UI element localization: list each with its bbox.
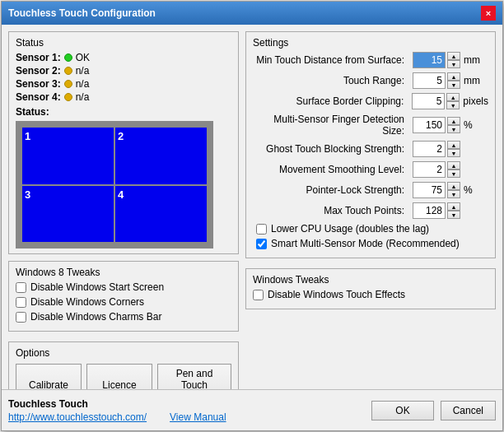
- spinner-down-3[interactable]: ▼: [447, 125, 460, 133]
- w8-checkbox-row-1: Disable Windows Start Screen: [16, 281, 231, 293]
- spinner-buttons-0: ▲ ▼: [447, 52, 460, 68]
- sensor-cell-4: 4: [115, 186, 207, 243]
- spinner-buttons-2: ▲ ▼: [446, 93, 460, 109]
- w8-checkbox-1[interactable]: [16, 282, 26, 293]
- setting-label-0: Min Touch Distance from Surface:: [253, 54, 409, 66]
- spinner-down-0[interactable]: ▼: [447, 60, 460, 68]
- spinner-down-7[interactable]: ▼: [447, 211, 460, 219]
- setting-row-0: Min Touch Distance from Surface: ▲ ▼ mm: [253, 52, 488, 68]
- sensor-1-value: OK: [76, 52, 90, 63]
- spinner-down-6[interactable]: ▼: [447, 190, 460, 198]
- spinner-input-5[interactable]: [413, 161, 446, 178]
- sensor-row-2: Sensor 2: n/a: [16, 65, 231, 77]
- w8-checkbox-3-label: Disable Windows Charms Bar: [30, 311, 161, 323]
- sensor-4-dot: [64, 93, 72, 101]
- ok-button[interactable]: OK: [371, 401, 433, 420]
- sensor-cell-1: 1: [22, 128, 114, 184]
- sensor-1-dot: [64, 53, 72, 62]
- calibrate-button[interactable]: Calibrate Devices...: [16, 364, 82, 389]
- licence-button[interactable]: Licence Management...: [86, 364, 152, 389]
- spinner-input-7[interactable]: [413, 202, 446, 219]
- setting-label-6: Pointer-Lock Strength:: [253, 184, 409, 196]
- settings-checkbox-row-2: Smart Multi-Sensor Mode (Recommended): [256, 238, 488, 249]
- windows-tweaks-label: Windows Tweaks: [253, 274, 488, 286]
- unit-0: mm: [464, 54, 488, 66]
- setting-label-3: Multi-Sensor Finger Detection Size:: [253, 114, 409, 137]
- options-section: Options Calibrate Devices... Licence Man…: [8, 341, 239, 389]
- spinner-input-0[interactable]: [413, 52, 446, 68]
- url-link[interactable]: http://www.touchlesstouch.com/: [8, 411, 147, 423]
- sensor-3-value: n/a: [76, 78, 90, 90]
- spinner-6: ▲ ▼: [413, 182, 460, 198]
- w8-checkbox-row-3: Disable Windows Charms Bar: [16, 311, 231, 323]
- unit-1: mm: [464, 75, 488, 86]
- spinner-up-1[interactable]: ▲: [447, 72, 460, 81]
- title-bar: Touchless Touch Configuration ×: [2, 2, 502, 25]
- view-manual-link[interactable]: View Manual: [170, 411, 226, 423]
- spinner-up-2[interactable]: ▲: [446, 93, 460, 101]
- bottom-buttons: OK Cancel: [371, 401, 496, 420]
- spinner-input-6[interactable]: [413, 182, 446, 198]
- spinner-down-1[interactable]: ▼: [447, 81, 460, 89]
- settings-section: Settings Min Touch Distance from Surface…: [245, 31, 496, 258]
- sensor-1-label: Sensor 1:: [16, 52, 61, 63]
- bottom-bar: Touchless Touch http://www.touchlesstouc…: [2, 389, 502, 430]
- sensor-3-label: Sensor 3:: [16, 78, 61, 90]
- lower-cpu-checkbox[interactable]: [256, 224, 267, 235]
- setting-label-2: Surface Border Clipping:: [253, 95, 408, 107]
- bottom-links: http://www.touchlesstouch.com/ View Manu…: [8, 411, 365, 423]
- spinner-up-3[interactable]: ▲: [447, 117, 460, 125]
- setting-row-5: Movement Smoothing Level: ▲ ▼: [253, 161, 488, 178]
- spinner-down-4[interactable]: ▼: [447, 149, 460, 157]
- w8-checkbox-2-label: Disable Windows Corners: [30, 296, 144, 308]
- sensor-2-dot: [64, 67, 72, 75]
- setting-row-7: Max Touch Points: ▲ ▼: [253, 202, 488, 219]
- w8-checkbox-2[interactable]: [16, 297, 26, 308]
- sensor-cell-2: 2: [115, 128, 207, 184]
- spinner-7: ▲ ▼: [413, 202, 460, 219]
- smart-multi-sensor-checkbox[interactable]: [256, 239, 267, 249]
- spinner-3: ▲ ▼: [413, 117, 460, 133]
- cancel-button[interactable]: Cancel: [441, 401, 496, 420]
- sensor-3-dot: [64, 80, 72, 88]
- options-label: Options: [16, 347, 231, 359]
- settings-label: Settings: [253, 37, 488, 49]
- spinner-buttons-5: ▲ ▼: [447, 161, 460, 178]
- window-title: Touchless Touch Configuration: [8, 7, 156, 19]
- w8-checkbox-3[interactable]: [16, 312, 26, 323]
- spinner-input-3[interactable]: [413, 117, 446, 133]
- spinner-input-4[interactable]: [413, 141, 446, 157]
- setting-row-1: Touch Range: ▲ ▼ mm: [253, 72, 488, 89]
- setting-label-7: Max Touch Points:: [253, 205, 409, 216]
- spinner-up-0[interactable]: ▲: [447, 52, 460, 60]
- left-panel: Status Sensor 1: OK Sensor 2: n/a Sensor…: [8, 31, 239, 383]
- w8-checkbox-row-2: Disable Windows Corners: [16, 296, 231, 308]
- setting-row-2: Surface Border Clipping: ▲ ▼ pixels: [253, 93, 488, 109]
- setting-label-1: Touch Range:: [253, 75, 409, 86]
- pen-touch-button[interactable]: Pen and Touch Control Panel...: [157, 364, 231, 389]
- spinner-up-5[interactable]: ▲: [447, 161, 460, 170]
- spinner-buttons-6: ▲ ▼: [447, 182, 460, 198]
- bottom-info: Touchless Touch http://www.touchlesstouc…: [8, 398, 365, 423]
- spinner-input-2[interactable]: [412, 93, 445, 109]
- spinner-input-1[interactable]: [413, 72, 446, 89]
- spinner-up-7[interactable]: ▲: [447, 202, 460, 211]
- setting-row-6: Pointer-Lock Strength: ▲ ▼ %: [253, 182, 488, 198]
- spinner-down-5[interactable]: ▼: [447, 170, 460, 178]
- close-button[interactable]: ×: [481, 6, 496, 21]
- spinner-up-6[interactable]: ▲: [447, 182, 460, 190]
- sensor-2-label: Sensor 2:: [16, 65, 61, 77]
- spinner-down-2[interactable]: ▼: [446, 101, 460, 109]
- spinner-buttons-7: ▲ ▼: [447, 202, 460, 219]
- right-panel: Settings Min Touch Distance from Surface…: [245, 31, 496, 383]
- lower-cpu-label: Lower CPU Usage (doubles the lag): [271, 223, 429, 235]
- sensor-2-value: n/a: [76, 65, 90, 77]
- spinner-buttons-1: ▲ ▼: [447, 72, 460, 89]
- spinner-up-4[interactable]: ▲: [447, 141, 460, 149]
- setting-row-3: Multi-Sensor Finger Detection Size: ▲ ▼ …: [253, 114, 488, 137]
- sensor-grid: 1 2 3 4: [16, 121, 213, 249]
- spinner-5: ▲ ▼: [413, 161, 460, 178]
- disable-touch-effects-checkbox[interactable]: [253, 290, 264, 300]
- windows8-label: Windows 8 Tweaks: [16, 267, 231, 278]
- disable-touch-effects-label: Disable Windows Touch Effects: [268, 289, 405, 300]
